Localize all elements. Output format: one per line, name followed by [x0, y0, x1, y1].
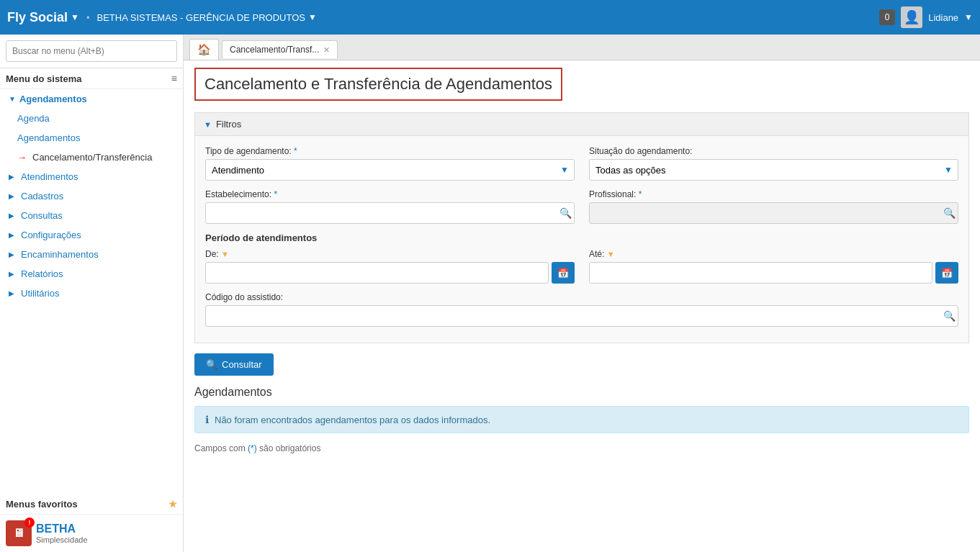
topbar-brand[interactable]: Fly Social ▼ — [7, 10, 79, 25]
profissional-input-wrapper: 🔍 — [589, 202, 958, 224]
situacao-select[interactable]: Todas as opções Agendado Cancelado Reali… — [589, 159, 958, 181]
tab-bar: 🏠 Cancelamento/Transf... ✕ — [184, 35, 980, 60]
page-area: Cancelamento e Transferência de Agendame… — [184, 60, 980, 552]
org-dropdown-arrow: ▼ — [308, 12, 317, 22]
consult-icon: 🔍 — [206, 359, 217, 370]
ate-calendar-button[interactable]: 📅 — [935, 262, 958, 284]
estabelecimento-required: * — [274, 189, 277, 199]
badge-count: 0 — [885, 12, 890, 22]
form-group-de: De: ▼ 📅 — [205, 249, 575, 284]
agendamentos-arrow: ▼ — [9, 95, 16, 103]
sidebar-item-relatorios[interactable]: ▶ Relatórios — [0, 264, 183, 284]
betha-sub: Simplescidade — [36, 535, 88, 544]
agendamentos-child-label: Agendamentos — [17, 132, 80, 143]
profissional-input[interactable] — [589, 202, 958, 224]
form-row-1: Tipo de agendamento: * Atendimento Consu… — [205, 146, 958, 181]
filter-label: Filtros — [216, 119, 241, 130]
sidebar-item-encaminhamentos[interactable]: ▶ Encaminhamentos — [0, 245, 183, 264]
menu-collapse-icon[interactable]: ≡ — [171, 73, 177, 84]
agenda-label: Agenda — [17, 113, 50, 124]
configuracoes-label: Configurações — [21, 230, 81, 240]
topbar-left: Fly Social ▼ • BETHA SISTEMAS - GERÊNCIA… — [7, 10, 317, 25]
agendamentos-section-title: Agendamentos — [194, 386, 969, 399]
profissional-required: * — [639, 189, 642, 199]
tab-home[interactable]: 🏠 — [189, 39, 219, 60]
consult-button[interactable]: 🔍 Consultar — [194, 353, 274, 376]
codigo-input[interactable] — [205, 305, 958, 327]
form-group-situacao: Situação do agendamento: Todas as opções… — [589, 146, 958, 181]
consult-label: Consultar — [222, 359, 262, 370]
org-label: BETHA SISTEMAS - GERÊNCIA DE PRODUTOS — [97, 12, 305, 23]
sidebar-item-atendimentos[interactable]: ▶ Atendimentos — [0, 167, 183, 186]
cadastros-label: Cadastros — [21, 191, 63, 202]
utilitarios-label: Utilitários — [21, 288, 59, 299]
de-calendar-button[interactable]: 📅 — [552, 262, 575, 284]
codigo-label: Código do assistido: — [205, 292, 958, 302]
relatorios-arrow: ▶ — [9, 270, 14, 278]
sidebar-menu: ▼ Agendamentos Agenda Agendamentos Cance… — [0, 89, 183, 303]
cadastros-arrow: ▶ — [9, 192, 14, 200]
brand-dropdown-arrow: ▼ — [71, 12, 79, 22]
betha-icon: 🖥 ! — [6, 520, 32, 546]
sidebar-item-configuracoes[interactable]: ▶ Configurações — [0, 225, 183, 245]
favorites-label: Menus favoritos — [6, 499, 78, 510]
tab-close-icon[interactable]: ✕ — [323, 45, 330, 55]
sidebar-item-utilitarios[interactable]: ▶ Utilitários — [0, 284, 183, 303]
estabelecimento-search-icon[interactable]: 🔍 — [559, 207, 572, 219]
atendimentos-label: Atendimentos — [21, 171, 78, 182]
sidebar-item-cancelamento[interactable]: Cancelamento/Transferência — [0, 148, 183, 167]
notification-badge[interactable]: 0 — [879, 9, 895, 25]
form-group-profissional: Profissional: * 🔍 — [589, 189, 958, 224]
encaminhamentos-arrow: ▶ — [9, 250, 14, 258]
search-input[interactable] — [6, 40, 177, 62]
situacao-label: Situação do agendamento: — [589, 146, 958, 156]
sidebar-item-consultas[interactable]: ▶ Consultas — [0, 206, 183, 225]
page-title: Cancelamento e Transferência de Agendame… — [194, 68, 562, 101]
atendimentos-arrow: ▶ — [9, 173, 14, 181]
campos-text-before: Campos com — [194, 443, 248, 453]
tipo-label: Tipo de agendamento: * — [205, 146, 575, 156]
sidebar: Menu do sistema ≡ ▼ Agendamentos Agenda … — [0, 35, 184, 552]
de-date-input[interactable] — [205, 262, 549, 284]
sidebar-item-cadastros[interactable]: ▶ Cadastros — [0, 186, 183, 206]
avatar-icon: 👤 — [904, 9, 920, 25]
brand-label: Fly Social — [7, 10, 68, 25]
consultas-label: Consultas — [21, 210, 63, 221]
campos-star: (*) — [248, 443, 257, 453]
configuracoes-arrow: ▶ — [9, 231, 14, 239]
consultas-arrow: ▶ — [9, 212, 14, 220]
sidebar-bottom: Menus favoritos ★ 🖥 ! BETHA Simplescidad… — [0, 494, 183, 552]
filter-arrow-icon: ▼ — [204, 120, 212, 129]
betha-text: BETHA Simplescidade — [36, 522, 88, 544]
topbar-right: 0 👤 Lidiane ▼ — [879, 6, 973, 28]
sidebar-search-area — [0, 35, 183, 68]
ate-info-icon: ▼ — [607, 250, 615, 258]
de-label: De: ▼ — [205, 249, 575, 259]
codigo-search-icon[interactable]: 🔍 — [943, 310, 956, 322]
period-label: Período de atendimentos — [205, 232, 958, 243]
form-group-ate: Até: ▼ 📅 — [589, 249, 958, 284]
relatorios-label: Relatórios — [21, 268, 63, 279]
tipo-select[interactable]: Atendimento Consulta Exame — [205, 159, 575, 181]
estabelecimento-input[interactable] — [205, 202, 575, 224]
sidebar-item-agendamentos[interactable]: ▼ Agendamentos — [0, 89, 183, 109]
sidebar-item-agendamentos-child[interactable]: Agendamentos — [0, 128, 183, 148]
codigo-input-wrapper: 🔍 — [205, 305, 958, 327]
utilitarios-arrow: ▶ — [9, 289, 14, 297]
username-label: Lidiane — [928, 12, 958, 23]
favorites-star-icon[interactable]: ★ — [168, 499, 177, 510]
filter-body: Tipo de agendamento: * Atendimento Consu… — [195, 136, 968, 343]
user-avatar[interactable]: 👤 — [901, 6, 922, 28]
ate-date-input[interactable] — [589, 262, 932, 284]
campos-obrigatorios: Campos com (*) são obrigatórios — [194, 443, 969, 453]
sidebar-item-agenda[interactable]: Agenda — [0, 109, 183, 128]
menu-header-label: Menu do sistema — [6, 73, 81, 84]
tab-cancelamento[interactable]: Cancelamento/Transf... ✕ — [222, 40, 338, 58]
betha-logo: BETHA — [36, 522, 88, 535]
filter-header[interactable]: ▼ Filtros — [195, 113, 968, 136]
de-info-icon: ▼ — [221, 250, 229, 258]
filter-panel: ▼ Filtros Tipo de agendamento: * — [194, 112, 969, 343]
profissional-search-icon[interactable]: 🔍 — [943, 207, 956, 219]
cancelamento-label: Cancelamento/Transferência — [32, 152, 152, 163]
topbar-org[interactable]: BETHA SISTEMAS - GERÊNCIA DE PRODUTOS ▼ — [97, 12, 317, 23]
